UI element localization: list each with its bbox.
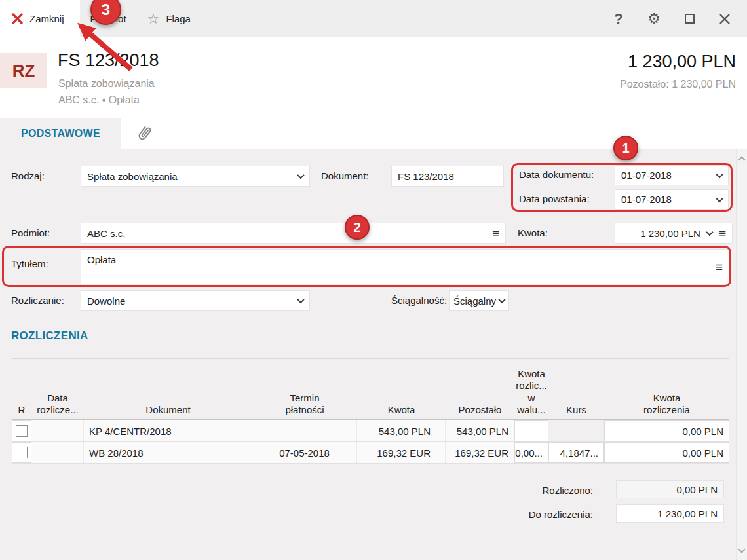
window-close-icon: [719, 13, 731, 25]
chevron-down-icon: [706, 229, 713, 236]
cell-dokument[interactable]: WB 28/2018: [84, 442, 252, 463]
tytulem-value: Opłata: [87, 254, 116, 265]
sciagalnosc-label: Ściągalność:: [391, 295, 447, 306]
cell-kwota-rozliczenia[interactable]: 0,00 PLN: [604, 442, 729, 463]
do-rozliczenia-label: Do rozliczenia:: [459, 509, 593, 520]
cell-dokument[interactable]: KP 4/CENTR/2018: [84, 420, 252, 441]
help-button[interactable]: ?: [611, 11, 626, 27]
cell-kwota-waluta[interactable]: 0,00...: [514, 442, 548, 463]
col-header-pozostalo[interactable]: Pozostało: [446, 404, 514, 416]
table-row[interactable]: KP 4/CENTR/2018 543,00 PLN 543,00 PLN 0,…: [12, 420, 729, 442]
data-powstania-value: 01-07-2018: [621, 194, 672, 205]
scroll-up-icon[interactable]: [738, 156, 745, 163]
data-powstania-datepicker[interactable]: 01-07-2018: [615, 189, 729, 210]
cell-kwota-waluta[interactable]: [514, 420, 548, 441]
document-subject-line: ABC s.c. • Opłata: [58, 94, 140, 106]
menu-icon[interactable]: ≡: [492, 227, 499, 240]
settings-button[interactable]: ⚙: [646, 11, 662, 27]
rozliczanie-value: Dowolne: [87, 295, 125, 307]
menu-icon[interactable]: ≡: [719, 227, 726, 240]
tytulem-label: Tytułem:: [11, 258, 48, 269]
sciagalnosc-select[interactable]: Ściągalny: [449, 290, 509, 311]
podmiot-lookup[interactable]: ABC s.c. ≡: [81, 223, 506, 244]
cell-termin[interactable]: [252, 420, 357, 441]
rodzaj-value: Spłata zobowiązania: [87, 171, 178, 182]
tab-attachments[interactable]: [121, 118, 167, 149]
scroll-down-icon[interactable]: [738, 546, 745, 553]
cell-data-rozliczenia[interactable]: [31, 442, 84, 463]
rozliczenia-section-title: ROZLICZENIA: [11, 329, 88, 343]
document-remaining: Pozostało: 1 230,00 PLN: [620, 79, 736, 90]
document-subtitle: Spłata zobowiązania: [58, 78, 155, 90]
menu-icon[interactable]: ≡: [716, 261, 723, 273]
rozliczenia-table: R Data rozlicze... Dokument Termin płatn…: [12, 368, 729, 464]
section-divider: [12, 358, 729, 359]
cell-pozostalo[interactable]: 169,32 EUR: [446, 442, 514, 463]
chevron-down-icon: [716, 195, 723, 202]
row-checkbox-cell: [12, 442, 31, 463]
help-icon: ?: [614, 10, 622, 28]
flag-button[interactable]: ☆ Flaga: [137, 0, 201, 37]
chevron-down-icon: [716, 170, 723, 177]
close-document-button[interactable]: Zamknij: [0, 0, 80, 37]
cell-kurs[interactable]: 4,1847...: [548, 442, 604, 463]
tab-podstawowe[interactable]: PODSTAWOWE: [0, 118, 121, 149]
tab-bar: PODSTAWOWE: [0, 118, 747, 149]
chevron-down-icon: [297, 172, 304, 179]
col-header-dokument[interactable]: Dokument: [84, 404, 252, 416]
table-header-row: R Data rozlicze... Dokument Termin płatn…: [12, 368, 729, 420]
gear-icon: ⚙: [647, 10, 661, 28]
maximize-button[interactable]: [681, 11, 697, 27]
row-checkbox[interactable]: [16, 425, 28, 437]
scrollbar[interactable]: [736, 149, 747, 560]
window-close-button[interactable]: [717, 11, 733, 27]
cell-kwota[interactable]: 543,00 PLN: [357, 420, 446, 441]
table-row[interactable]: WB 28/2018 07-05-2018 169,32 EUR 169,32 …: [12, 442, 729, 464]
kwota-label: Kwota:: [518, 227, 548, 238]
col-header-r[interactable]: R: [12, 404, 31, 416]
cell-kwota[interactable]: 169,32 EUR: [357, 442, 446, 463]
col-header-data-rozliczenia[interactable]: Data rozlicze...: [31, 392, 84, 417]
data-powstania-label: Data powstania:: [519, 193, 590, 204]
data-dokumentu-label: Data dokumentu:: [519, 169, 594, 180]
col-header-kwota-waluta[interactable]: Kwota rozlic... w walu...: [514, 368, 548, 416]
data-dokumentu-value: 01-07-2018: [621, 170, 672, 181]
col-header-termin[interactable]: Termin płatności: [252, 392, 357, 417]
col-header-kwota-rozliczenia[interactable]: Kwota rozliczenia: [604, 392, 729, 417]
dokument-value: FS 123/2018: [398, 171, 454, 182]
rodzaj-label: Rodzaj:: [11, 170, 45, 181]
cell-data-rozliczenia[interactable]: [31, 420, 84, 441]
dokument-label: Dokument:: [321, 170, 369, 181]
col-header-kurs[interactable]: Kurs: [548, 404, 604, 416]
document-type-badge: RZ: [0, 53, 47, 88]
chevron-down-icon: [498, 296, 505, 303]
cell-kwota-rozliczenia[interactable]: 0,00 PLN: [604, 420, 729, 441]
document-title: FS 123/2018: [58, 50, 159, 71]
rodzaj-select[interactable]: Spłata zobowiązania: [81, 166, 310, 187]
window-controls: ? ⚙: [611, 0, 747, 37]
row-checkbox[interactable]: [16, 447, 28, 458]
podmiot-value: ABC s.c.: [87, 228, 125, 239]
rozliczanie-select[interactable]: Dowolne: [81, 290, 310, 311]
data-dokumentu-datepicker[interactable]: 01-07-2018: [615, 165, 729, 185]
podmiot-button[interactable]: Podmiot: [80, 0, 137, 37]
maximize-icon: [685, 14, 695, 24]
cell-pozostalo[interactable]: 543,00 PLN: [446, 420, 514, 441]
col-header-kwota[interactable]: Kwota: [357, 404, 446, 416]
close-x-icon: [12, 13, 23, 24]
do-rozliczenia-field: 1 230,00 PLN: [616, 504, 724, 523]
document-amount: 1 230,00 PLN: [628, 52, 736, 72]
row-checkbox-cell: [12, 420, 31, 441]
form-content: Rodzaj: Spłata zobowiązania Dokument: FS…: [0, 149, 747, 560]
tytulem-textarea[interactable]: Opłata ≡: [81, 249, 729, 284]
podmiot-label: Podmiot:: [11, 227, 50, 238]
podmiot-button-label: Podmiot: [90, 13, 126, 24]
dokument-input[interactable]: FS 123/2018: [391, 166, 504, 187]
rozliczono-field: 0,00 PLN: [616, 480, 724, 498]
cell-termin[interactable]: 07-05-2018: [252, 442, 357, 463]
kwota-input[interactable]: 1 230,00 PLN ≡: [615, 223, 733, 244]
kwota-value: 1 230,00 PLN: [640, 228, 700, 239]
rozliczanie-label: Rozliczanie:: [11, 295, 64, 306]
cell-kurs[interactable]: [548, 420, 604, 441]
document-header: RZ FS 123/2018 Spłata zobowiązania ABC s…: [0, 37, 747, 118]
